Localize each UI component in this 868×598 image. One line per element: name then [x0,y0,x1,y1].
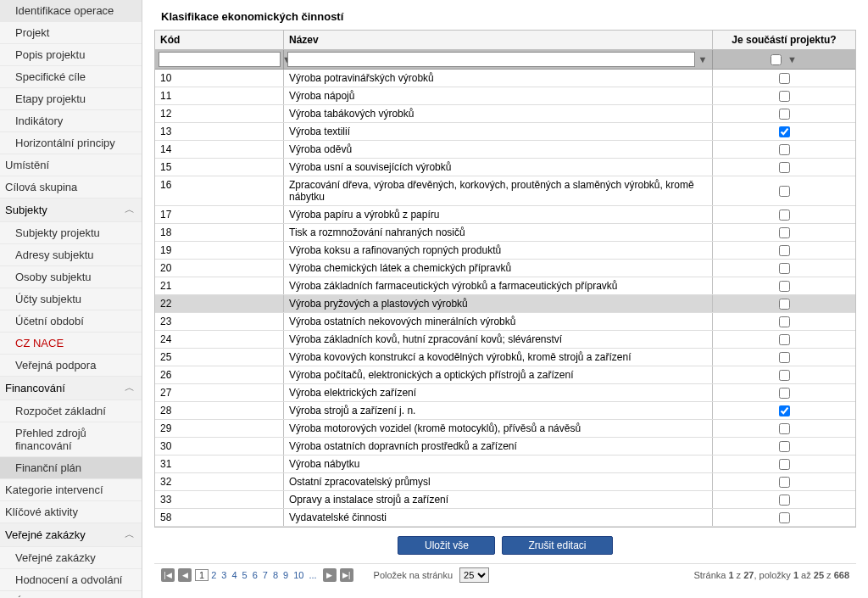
pager-page-link[interactable]: 2 [209,570,219,580]
table-row[interactable]: 13Výroba textilií [155,123,855,141]
sidebar-item[interactable]: Osoby subjektu [0,266,142,288]
sidebar-item[interactable]: Kategorie intervencí [0,479,142,501]
table-row[interactable]: 16Zpracování dřeva, výroba dřevěných, ko… [155,176,855,206]
table-row[interactable]: 21Výroba základních farmaceutických výro… [155,277,855,295]
filter-icon[interactable]: ▼ [787,53,798,65]
pager-page-link[interactable]: 1 [195,569,209,581]
pager-first-icon[interactable]: |◀ [161,568,175,582]
sidebar-item[interactable]: Rozpočet základní [0,400,142,422]
row-checkbox[interactable] [779,299,790,310]
filter-input-kod[interactable] [159,52,281,67]
filter-input-nazev[interactable] [287,52,695,67]
pager-page-link[interactable]: 6 [250,570,260,580]
table-row[interactable]: 14Výroba oděvů [155,141,855,159]
sidebar-item[interactable]: Popis projektu [0,44,142,66]
sidebar-item[interactable]: Údaje o smlouvě/dodatku [0,591,142,598]
sidebar-item[interactable]: Projekt [0,22,142,44]
pager-page-link[interactable]: 10 [291,570,306,580]
table-row[interactable]: 25Výroba kovových konstrukcí a kovodělný… [155,349,855,366]
sidebar-item[interactable]: Identifikace operace [0,0,142,22]
table-row[interactable]: 32Ostatní zpracovatelský průmysl [155,473,855,491]
table-row[interactable]: 23Výroba ostatních nekovových minerálníc… [155,313,855,331]
row-checkbox[interactable] [779,91,790,102]
pager-next-icon[interactable]: ▶ [323,568,337,582]
sidebar-item[interactable]: Adresy subjektu [0,244,142,266]
row-checkbox[interactable] [779,263,790,274]
table-row[interactable]: 29Výroba motorových vozidel (kromě motoc… [155,420,855,438]
row-checkbox[interactable] [779,352,790,363]
sidebar-item[interactable]: Horizontální principy [0,132,142,154]
table-row[interactable]: 10Výroba potravinářských výrobků [155,70,855,87]
row-checkbox[interactable] [779,73,790,84]
pager-page-link[interactable]: ... [306,570,319,580]
sidebar-item[interactable]: Klíčové aktivity [0,501,142,523]
filter-checkbox[interactable] [771,54,782,65]
row-checkbox[interactable] [779,459,790,470]
table-row[interactable]: 28Výroba strojů a zařízení j. n. [155,402,855,420]
row-checkbox[interactable] [779,334,790,345]
table-row[interactable]: 12Výroba tabákových výrobků [155,105,855,123]
table-row[interactable]: 33Opravy a instalace strojů a zařízení [155,491,855,509]
col-header-check[interactable]: Je součástí projektu? [713,31,855,49]
table-row[interactable]: 17Výroba papíru a výrobků z papíru [155,206,855,224]
sidebar-item[interactable]: Účetní období [0,310,142,333]
sidebar-item[interactable]: Veřejná podpora [0,355,142,377]
table-row[interactable]: 30Výroba ostatních dopravních prostředků… [155,438,855,455]
pager-page-link[interactable]: 3 [219,570,229,580]
row-checkbox[interactable] [779,281,790,292]
row-checkbox[interactable] [779,109,790,120]
table-row[interactable]: 31Výroba nábytku [155,455,855,473]
filter-icon[interactable]: ▼ [697,53,709,65]
sidebar-item[interactable]: Finanční plán [0,457,142,479]
row-checkbox[interactable] [779,126,790,137]
save-all-button[interactable]: Uložit vše [398,536,495,555]
table-row[interactable]: 27Výroba elektrických zařízení [155,384,855,402]
sidebar-item[interactable]: Subjekty projektu [0,222,142,244]
sidebar-item[interactable]: Veřejné zakázky [0,547,142,569]
row-checkbox[interactable] [779,370,790,381]
pager-last-icon[interactable]: ▶| [340,568,353,582]
row-checkbox[interactable] [779,186,790,197]
sidebar-section[interactable]: Financování︿ [0,377,142,400]
pager-page-link[interactable]: 9 [281,570,291,580]
table-row[interactable]: 58Vydavatelské činnosti [155,509,855,527]
row-checkbox[interactable] [779,162,790,173]
sidebar-item[interactable]: Účty subjektu [0,288,142,310]
sidebar-item[interactable]: Přehled zdrojů financování [0,422,142,457]
table-row[interactable]: 24Výroba základních kovů, hutní zpracová… [155,331,855,349]
table-row[interactable]: 19Výroba koksu a rafinovaných ropných pr… [155,242,855,260]
table-row[interactable]: 15Výroba usní a souvisejících výrobků [155,159,855,176]
pager-prev-icon[interactable]: ◀ [178,568,192,582]
pager-page-link[interactable]: 4 [229,570,239,580]
row-checkbox[interactable] [779,227,790,238]
sidebar-item[interactable]: Hodnocení a odvolání [0,569,142,591]
row-checkbox[interactable] [779,405,790,416]
pager-page-link[interactable]: 5 [240,570,250,580]
row-checkbox[interactable] [779,423,790,434]
table-row[interactable]: 22Výroba pryžových a plastových výrobků [155,295,855,313]
cancel-edit-button[interactable]: Zrušit editaci [502,536,612,555]
pager-page-link[interactable]: 8 [270,570,281,580]
sidebar-item[interactable]: Umístění [0,154,142,176]
sidebar-section[interactable]: Subjekty︿ [0,198,142,222]
row-checkbox[interactable] [779,144,790,155]
sidebar-item[interactable]: CZ NACE [0,333,142,355]
row-checkbox[interactable] [779,512,790,523]
sidebar-item[interactable]: Cílová skupina [0,176,142,198]
sidebar-item[interactable]: Etapy projektu [0,88,142,110]
col-header-kod[interactable]: Kód [155,31,284,49]
sidebar-item[interactable]: Indikátory [0,110,142,132]
row-checkbox[interactable] [779,441,790,452]
sidebar-section[interactable]: Veřejné zakázky︿ [0,523,142,547]
row-checkbox[interactable] [779,388,790,399]
table-row[interactable]: 26Výroba počítačů, elektronických a opti… [155,366,855,384]
page-size-select[interactable]: 25 [459,567,489,583]
table-row[interactable]: 18Tisk a rozmnožování nahraných nosičů [155,224,855,242]
row-checkbox[interactable] [779,316,790,327]
col-header-nazev[interactable]: Název [284,31,713,49]
row-checkbox[interactable] [779,210,790,221]
row-checkbox[interactable] [779,477,790,488]
pager-page-link[interactable]: 7 [260,570,270,580]
table-row[interactable]: 20Výroba chemických látek a chemických p… [155,260,855,277]
sidebar-item[interactable]: Specifické cíle [0,66,142,88]
